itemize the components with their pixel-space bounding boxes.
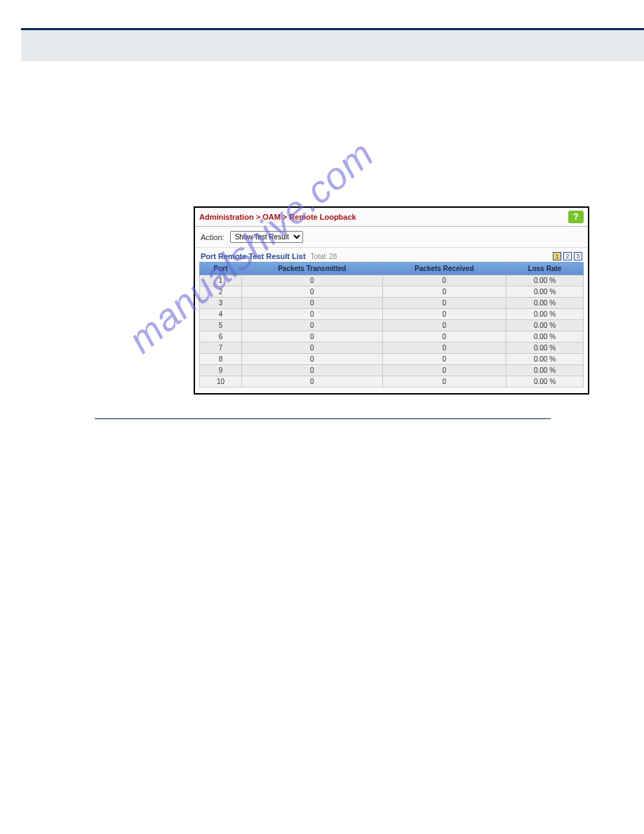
table-body: 1000.00 % 2000.00 % 3000.00 % 4000.00 % … [200, 275, 584, 388]
help-icon[interactable]: ? [568, 211, 584, 223]
cell-tx: 0 [242, 365, 383, 376]
list-title: Port Remote Test Result List Total: 28 [201, 252, 337, 260]
cell-tx: 0 [242, 354, 383, 365]
list-header-row: Port Remote Test Result List Total: 28 1… [195, 248, 588, 262]
cell-port: 5 [200, 320, 242, 331]
cell-rate: 0.00 % [507, 376, 584, 388]
action-row: Action: Show Test Result [195, 227, 588, 248]
action-select[interactable]: Show Test Result [230, 231, 303, 243]
cell-rx: 0 [382, 275, 506, 286]
col-port: Port [200, 263, 242, 275]
cell-tx: 0 [242, 331, 383, 343]
cell-port: 7 [200, 343, 242, 354]
cell-rate: 0.00 % [507, 354, 584, 365]
pager-page-2[interactable]: 2 [563, 252, 572, 260]
cell-rate: 0.00 % [507, 275, 584, 286]
cell-rx: 0 [382, 286, 506, 298]
screenshot-panel: Administration > OAM > Remote Loopback ?… [194, 206, 589, 395]
cell-rx: 0 [382, 298, 506, 309]
cell-rx: 0 [382, 331, 506, 343]
cell-tx: 0 [242, 343, 383, 354]
cell-port: 2 [200, 286, 242, 298]
cell-rx: 0 [382, 309, 506, 320]
pager-page-3[interactable]: 3 [574, 252, 582, 260]
cell-tx: 0 [242, 298, 383, 309]
cell-port: 3 [200, 298, 242, 309]
cell-rx: 0 [382, 376, 506, 388]
breadcrumb: Administration > OAM > Remote Loopback [199, 213, 356, 221]
table-row: 5000.00 % [200, 320, 584, 331]
table-row: 8000.00 % [200, 354, 584, 365]
cell-rate: 0.00 % [507, 320, 584, 331]
pager-page-1[interactable]: 1 [553, 252, 561, 260]
section-divider [95, 418, 551, 419]
cell-tx: 0 [242, 275, 383, 286]
list-total: Total: 28 [311, 253, 337, 260]
table-header-row: Port Packets Transmitted Packets Receive… [200, 263, 584, 275]
cell-tx: 0 [242, 286, 383, 298]
cell-rx: 0 [382, 343, 506, 354]
cell-rx: 0 [382, 320, 506, 331]
table-row: 10000.00 % [200, 376, 584, 388]
table-row: 3000.00 % [200, 298, 584, 309]
cell-rate: 0.00 % [507, 298, 584, 309]
panel-header: Administration > OAM > Remote Loopback ? [195, 208, 588, 227]
cell-rate: 0.00 % [507, 309, 584, 320]
page-header-band [21, 30, 644, 61]
cell-rate: 0.00 % [507, 343, 584, 354]
cell-port: 8 [200, 354, 242, 365]
results-table: Port Packets Transmitted Packets Receive… [199, 262, 584, 388]
table-row: 7000.00 % [200, 343, 584, 354]
cell-port: 6 [200, 331, 242, 343]
action-label: Action: [201, 233, 224, 241]
cell-port: 4 [200, 309, 242, 320]
table-row: 9000.00 % [200, 365, 584, 376]
cell-rate: 0.00 % [507, 331, 584, 343]
table-row: 1000.00 % [200, 275, 584, 286]
cell-tx: 0 [242, 320, 383, 331]
cell-port: 9 [200, 365, 242, 376]
cell-port: 10 [200, 376, 242, 388]
col-tx: Packets Transmitted [242, 263, 383, 275]
cell-tx: 0 [242, 309, 383, 320]
cell-rate: 0.00 % [507, 365, 584, 376]
cell-rx: 0 [382, 354, 506, 365]
cell-port: 1 [200, 275, 242, 286]
table-row: 6000.00 % [200, 331, 584, 343]
table-row: 4000.00 % [200, 309, 584, 320]
pager: 1 2 3 [553, 252, 582, 260]
cell-tx: 0 [242, 376, 383, 388]
cell-rx: 0 [382, 365, 506, 376]
col-rate: Loss Rate [507, 263, 584, 275]
table-row: 2000.00 % [200, 286, 584, 298]
list-title-text: Port Remote Test Result List [201, 252, 306, 260]
cell-rate: 0.00 % [507, 286, 584, 298]
col-rx: Packets Received [382, 263, 506, 275]
